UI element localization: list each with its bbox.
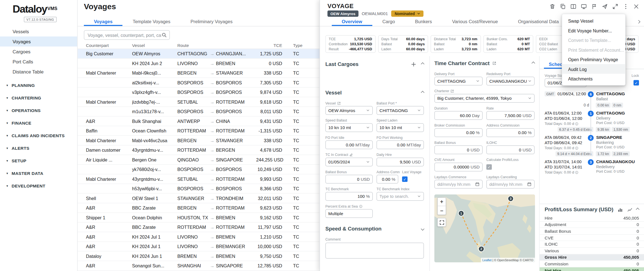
menu-item-print-statement-of-account[interactable]: Print Statement of Account... [562, 45, 625, 55]
sidebar-section-development[interactable]: ▼DEVELOPMENT [0, 179, 77, 192]
field-address-comn[interactable]: 0.00% [377, 175, 398, 184]
field-tc-in-contract[interactable]: 01/05/2024 [325, 158, 373, 167]
panel-tab-cargo[interactable]: Cargo [372, 17, 405, 26]
field-speed-ballast[interactable]: 10 kn 10 mt [325, 123, 373, 132]
map-marker-2[interactable]: 2 [479, 246, 484, 252]
itinerary-stop-3[interactable]: ATA 31/07/24, 14:00ATD 31/07/24, 14:01To… [545, 159, 639, 174]
field-rate[interactable]: 7,500.00USD [486, 111, 535, 120]
sidebar-section-alerts[interactable]: ▼ALERTS [0, 142, 77, 154]
menu-item-convert-to-template[interactable]: Convert to Template... [562, 35, 625, 45]
panel-collapse-button[interactable] [635, 18, 642, 25]
menu-item-attachments[interactable]: Attachments [562, 74, 625, 84]
bar-chart-icon[interactable] [617, 207, 623, 212]
col-header-route[interactable]: Route [177, 43, 256, 48]
collapse-icon[interactable] [421, 62, 425, 66]
panel-tab-overview[interactable]: Overview [332, 17, 372, 26]
sidebar-section-claims-and-incidents[interactable]: ▼CLAIMS AND INCIDENTS [0, 129, 77, 142]
itinerary-stop-0[interactable]: GMT01/06/24, 12:00 6 CHITTAGONG Ballast [545, 91, 639, 101]
field-vessel[interactable]: OEW Almyros [325, 106, 373, 115]
delete-icon [549, 3, 556, 10]
send-button[interactable] [601, 3, 609, 10]
info-icon [575, 146, 579, 150]
sidebar-section-planning[interactable]: ▼PLANNING [0, 79, 77, 91]
menu-item-swap-vessel[interactable]: Swap Vessel [562, 16, 625, 26]
field-speed-laden[interactable]: 10 kn 10 mt [377, 123, 424, 132]
field-daily-hire[interactable]: 9,500USD [377, 158, 424, 167]
main-tab-template-voyages[interactable]: Template Voyages [123, 17, 181, 26]
split-button[interactable] [570, 3, 577, 10]
present-button[interactable] [580, 3, 588, 10]
sidebar-item-vessels[interactable]: Vessels [0, 27, 77, 37]
field-percent-extra-at-sea[interactable]: Multiple [325, 209, 373, 218]
expand-section-icon[interactable] [421, 227, 425, 231]
sidebar-item-distance-table[interactable]: Distance Table [0, 67, 77, 77]
sidebar-item-port-calls[interactable]: Port Calls [0, 57, 77, 67]
field-tc-benchmark-index-group: TC Benchmark IndexType to search. [377, 187, 424, 201]
field-fo-port-working[interactable]: 0.00MT/day [377, 141, 424, 149]
field-broker-commission[interactable]: 0.00% [434, 128, 483, 137]
more-button[interactable] [622, 3, 629, 10]
main-tab-voyages[interactable]: Voyages [84, 17, 123, 26]
leaflet-link[interactable]: Leaflet [482, 258, 492, 262]
delete-button[interactable] [549, 3, 556, 10]
sidebar-section-finance[interactable]: ▼FINANCE [0, 117, 77, 129]
lock-checkbox[interactable]: ✓ [634, 80, 639, 86]
collapse-icon[interactable] [421, 91, 425, 94]
field-laydays-cancelling[interactable]: dd/mm/yy hh:mm [486, 180, 535, 189]
map-marker-1[interactable]: 1 [458, 211, 464, 216]
field-delivery-port[interactable]: CHITTAGONG [434, 77, 483, 86]
map-marker-3[interactable]: 3 [508, 196, 513, 201]
field-redelivery-port[interactable]: CHANGJIANGKOU [486, 77, 535, 86]
external-link-icon[interactable] [492, 61, 496, 65]
col-header-counterpart[interactable]: Counterpart [78, 43, 132, 48]
sidebar-section-chartering[interactable]: ▼CHARTERING [0, 91, 77, 104]
field-ilohc[interactable]: 0USD [486, 146, 535, 154]
sidebar-section-operations[interactable]: ▼OPERATIONS [0, 104, 77, 117]
field-cve-amount[interactable]: 0.00000USD [434, 163, 483, 172]
panel-tab-organisational-data[interactable]: Organisational Data [508, 17, 569, 26]
panel-tab-various-cost-revenue[interactable]: Various Cost/Revenue [442, 17, 508, 26]
zoom-out-button[interactable]: − [438, 206, 446, 215]
comment-textarea[interactable] [325, 243, 424, 259]
menu-item-open-preliminary-voyage[interactable]: Open Preliminary Voyage [562, 54, 625, 64]
field-address-commission[interactable]: 0.00% [486, 128, 535, 137]
fullscreen-button[interactable] [437, 218, 446, 227]
field-laydays-commence[interactable]: dd/mm/yy hh:mm [434, 180, 483, 189]
menu-item-audit-log[interactable]: Audit Log [562, 64, 625, 74]
itinerary-stop-2[interactable]: ATA 08/06/24, 09:42ATD 08/06/24, 09:42To… [545, 135, 639, 150]
search-input[interactable] [88, 32, 162, 37]
field-tc-benchmark-index[interactable]: Type to search. [377, 192, 424, 201]
panel-tab-bunkers[interactable]: Bunkers [405, 17, 442, 26]
field-ballast-port[interactable]: CHITTAGONG [377, 106, 424, 115]
copy-button[interactable] [559, 3, 567, 10]
field-duration[interactable]: 60.00Day [434, 111, 483, 120]
field-charterer[interactable]: Big Customer, Charterer, 45999, Tokyo [434, 94, 535, 103]
collapse-icon[interactable] [636, 208, 640, 211]
col-header-tce[interactable]: TCE [256, 43, 282, 48]
field-ballast-bonus[interactable]: 0USD [434, 146, 483, 154]
field-ballast-bonus[interactable]: 0USD [325, 175, 373, 184]
flag-button[interactable] [591, 3, 598, 10]
main-tab-preliminary-voyages[interactable]: Preliminary Voyages [180, 17, 242, 26]
sidebar-item-voyages[interactable]: Voyages [0, 37, 77, 47]
status-dropdown[interactable]: Nominated [391, 11, 424, 17]
col-header-type[interactable]: Type [282, 43, 307, 48]
menu-item-edit-voyage-number[interactable]: Edit Voyage Number... [562, 26, 625, 35]
field-tc-benchmark[interactable]: 100% [325, 192, 373, 201]
field-vessel-group: VesselOEW Almyros [325, 101, 373, 115]
zoom-in-button[interactable]: + [438, 198, 446, 206]
sidebar-section-master-data[interactable]: ▼MASTER DATA [0, 167, 77, 179]
expand-button[interactable] [612, 3, 619, 10]
sidebar-item-cargoes[interactable]: Cargoes [0, 47, 77, 57]
itinerary-stop-1[interactable]: ATA 01/06/24, 12:00ATD 01/06/24, 12:00To… [545, 111, 639, 126]
col-header-vessel[interactable]: Vessel [132, 43, 177, 48]
close-button[interactable] [633, 3, 640, 10]
voyage-map[interactable]: 123 + − Leaflet | © OpenStreetMap © CART… [434, 194, 535, 262]
sidebar-section-setup[interactable]: ▼SETUP [0, 154, 77, 167]
collapse-icon[interactable] [532, 61, 535, 65]
field-last-voyage-checkbox[interactable]: ✓ [402, 177, 408, 182]
line-chart-icon[interactable] [627, 207, 632, 212]
field-fo-port-idle[interactable]: 0.00MT/day [325, 141, 373, 149]
field-calculate-profit-loss-checkbox[interactable]: ✓ [486, 164, 492, 170]
add-icon[interactable] [411, 61, 416, 67]
